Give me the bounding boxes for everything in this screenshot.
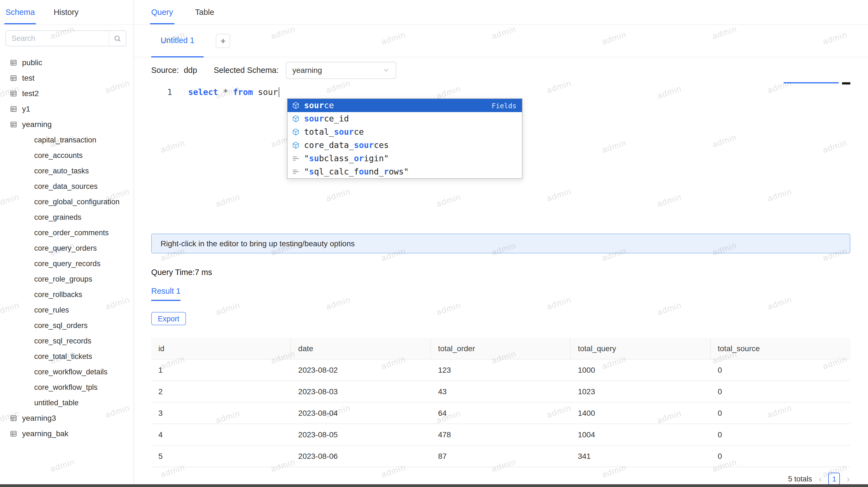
next-page-icon[interactable]: ›	[847, 474, 850, 483]
suggestion-item-subclass-origin[interactable]: "subclass_origin"	[287, 152, 522, 165]
table-item[interactable]: core_order_comments	[0, 225, 133, 240]
cell-id: 4	[151, 424, 291, 445]
cell-id: 2	[151, 381, 291, 402]
table-label: untitled_table	[34, 398, 79, 407]
table-row[interactable]: 4 2023-08-05 478 1004 0	[151, 424, 850, 446]
table-item[interactable]: core_auto_tasks	[0, 163, 133, 178]
text-cursor	[278, 87, 279, 97]
cell-total-order: 43	[431, 381, 571, 402]
cell-total-source: 0	[710, 424, 850, 445]
table-item[interactable]: core_rollbacks	[0, 287, 133, 302]
table-item[interactable]: core_sql_orders	[0, 317, 133, 333]
column-header: date	[291, 338, 431, 359]
table-item[interactable]: core_global_configuration	[0, 194, 133, 209]
result-tabs: Result 1	[151, 286, 868, 301]
result-table: iddatetotal_ordertotal_querytotal_source…	[151, 338, 850, 467]
source-bar: Source: ddp Selected Schema: yearning	[134, 57, 868, 83]
table-label: core_global_configuration	[34, 197, 120, 206]
suggestion-item-total-source[interactable]: total_source	[287, 125, 522, 139]
cell-total-query: 1023	[570, 381, 710, 402]
suggestion-item-source[interactable]: source Fields	[287, 99, 522, 112]
table-item[interactable]: untitled_table	[0, 395, 133, 410]
table-body: 1 2023-08-02 123 1000 0 2 2023-08-03 43 …	[151, 360, 850, 467]
suggestion-item-sql-calc-found-rows[interactable]: "sql_calc_found_rows"	[287, 165, 522, 178]
table-label: core_sql_records	[34, 337, 91, 345]
table-item[interactable]: core_accounts	[0, 147, 133, 163]
cell-id: 3	[151, 403, 291, 424]
table-row[interactable]: 3 2023-08-04 64 1400 0	[151, 403, 850, 424]
suggestion-label: total_source	[304, 127, 364, 137]
table-row[interactable]: 2 2023-08-03 43 1023 0	[151, 381, 850, 403]
table-label: core_query_records	[34, 259, 100, 267]
database-item[interactable]: yearning3	[0, 410, 133, 426]
suggestion-label: "subclass_origin"	[304, 153, 389, 164]
table-item[interactable]: core_workflow_details	[0, 364, 133, 379]
table-item[interactable]: core_data_sources	[0, 178, 133, 194]
suggestion-label: source_id	[304, 114, 349, 124]
tab-table[interactable]: Table	[195, 0, 214, 24]
field-icon	[292, 102, 300, 109]
cell-total-order: 123	[431, 360, 571, 380]
database-label: yearning_bak	[22, 429, 68, 438]
table-item[interactable]: core_rules	[0, 302, 133, 317]
database-label: yearning3	[22, 413, 56, 422]
column-header: total_source	[710, 338, 850, 359]
column-header: total_order	[431, 338, 571, 359]
table-item[interactable]: core_workflow_tpls	[0, 379, 133, 395]
add-tab-button[interactable]: +	[216, 34, 230, 48]
table-row[interactable]: 1 2023-08-02 123 1000 0	[151, 360, 850, 381]
database-item[interactable]: y1	[0, 101, 133, 116]
database-list-top: public test test2 y1	[0, 55, 133, 116]
page-scale-wrapper: Schema History public test	[0, 0, 868, 487]
database-item[interactable]: public	[0, 55, 133, 70]
table-item[interactable]: core_query_records	[0, 256, 133, 271]
field-icon	[292, 128, 300, 136]
cell-total-order: 478	[431, 424, 571, 445]
database-item[interactable]: test	[0, 70, 133, 86]
cell-total-query: 1400	[570, 403, 710, 424]
table-label: core_query_orders	[34, 244, 97, 252]
database-label: test	[22, 74, 34, 82]
table-label: core_order_comments	[34, 228, 109, 237]
column-header: total_query	[570, 338, 710, 359]
suggestion-item-source-id[interactable]: source_id	[287, 112, 522, 125]
sidebar: Schema History public test	[0, 0, 134, 487]
table-item[interactable]: core_total_tickets	[0, 348, 133, 364]
table-item[interactable]: core_sql_records	[0, 333, 133, 348]
editor-hint-alert: Right-click in the editor to bring up te…	[151, 234, 850, 253]
export-button[interactable]: Export	[151, 312, 186, 325]
editor-tab-untitled-1[interactable]: Untitled 1	[151, 25, 204, 57]
search-input[interactable]	[6, 31, 109, 46]
word-icon	[292, 168, 300, 176]
code-line-1: 1 select * from sour	[151, 86, 868, 98]
tab-history[interactable]: History	[54, 0, 79, 24]
database-item-expanded[interactable]: yearning	[0, 116, 133, 132]
table-item[interactable]: core_graineds	[0, 209, 133, 225]
database-label: yearning	[22, 120, 52, 128]
table-item[interactable]: core_role_groups	[0, 271, 133, 287]
table-row[interactable]: 5 2023-08-06 87 341 0	[151, 446, 850, 467]
database-icon	[10, 121, 17, 128]
table-item[interactable]: capital_transaction	[0, 132, 133, 147]
prev-page-icon[interactable]: ‹	[818, 474, 822, 483]
table-label: core_data_sources	[34, 182, 98, 190]
database-icon	[10, 105, 17, 112]
suggestion-item-core-data-sources[interactable]: core_data_sources	[287, 139, 522, 152]
schema-select[interactable]: yearning	[286, 62, 396, 79]
column-header: id	[151, 338, 291, 359]
table-label: core_graineds	[34, 213, 82, 221]
page-number-1[interactable]: 1	[829, 472, 840, 485]
database-item[interactable]: yearning_bak	[0, 426, 133, 441]
table-item[interactable]: core_query_orders	[0, 240, 133, 256]
database-icon	[10, 430, 17, 437]
tab-result-1[interactable]: Result 1	[151, 287, 181, 301]
table-label: core_workflow_tpls	[34, 383, 98, 391]
database-label: public	[22, 58, 42, 67]
search-icon[interactable]	[109, 31, 126, 46]
cell-total-source: 0	[710, 360, 850, 380]
database-icon	[10, 74, 17, 81]
tab-schema[interactable]: Schema	[5, 0, 35, 24]
database-item[interactable]: test2	[0, 86, 133, 101]
tab-query[interactable]: Query	[151, 0, 173, 24]
cell-date: 2023-08-02	[291, 360, 431, 380]
